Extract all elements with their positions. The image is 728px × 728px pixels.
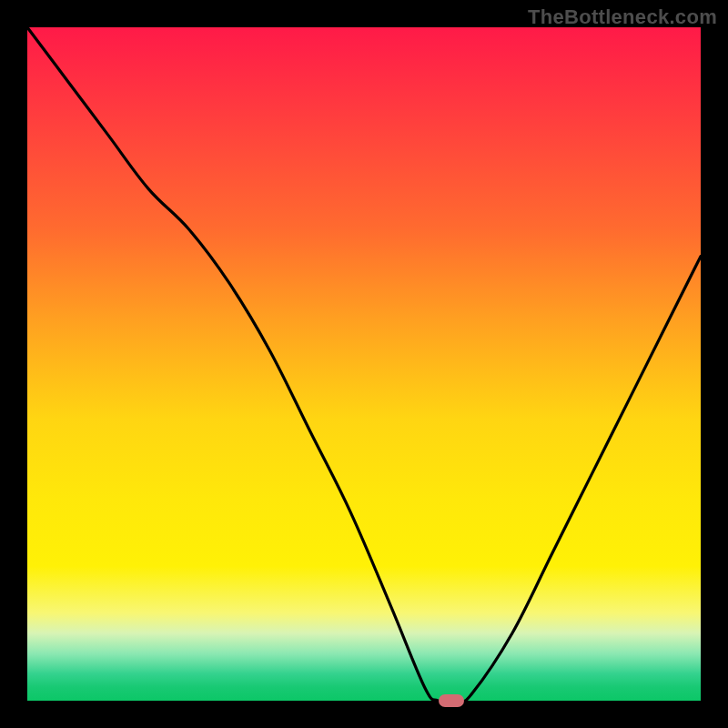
plot-area xyxy=(27,27,701,701)
optimal-marker xyxy=(439,694,464,707)
chart-frame: TheBottleneck.com xyxy=(0,0,728,728)
bottleneck-curve xyxy=(27,27,701,701)
watermark-label: TheBottleneck.com xyxy=(528,5,717,29)
